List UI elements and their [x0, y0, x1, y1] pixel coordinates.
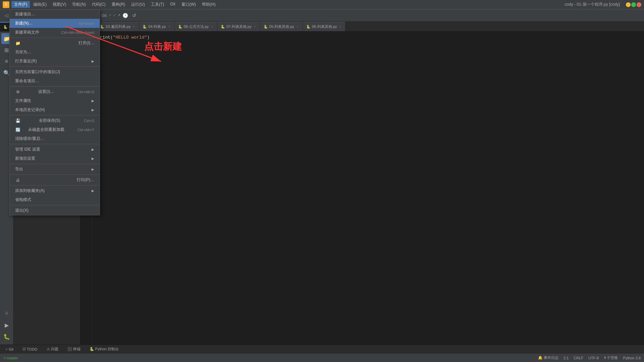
- menu-save-as[interactable]: 另存为…: [10, 48, 100, 57]
- menu-reload-shortcut: Ctrl+Alt+Y: [77, 128, 94, 132]
- menu-new-project-settings-label: 新项目设置: [15, 156, 35, 161]
- menu-reload-label: 从磁盘全部重新加载: [28, 127, 64, 133]
- menu-window[interactable]: 窗口(W): [179, 1, 199, 8]
- menu-exit-label: 退出(X): [15, 208, 29, 213]
- menu-file-props[interactable]: 文件属性 ▶: [10, 96, 100, 105]
- menu-open-recent[interactable]: 打开最近(R) ▶: [10, 57, 100, 66]
- menu-sep-5: [10, 144, 100, 144]
- menu-new-scratch-shortcut: Ctrl+Alt+Shift+Insert: [61, 31, 94, 35]
- menu-clear-cache[interactable]: 清除缓存/重启…: [10, 134, 100, 143]
- menu-manage-ide-label: 管理 IDE 设置: [15, 147, 40, 152]
- menu-rename-project-label: 重命名项目…: [15, 78, 39, 84]
- menu-sep-8: [10, 185, 100, 186]
- menu-sep-2: [10, 66, 100, 67]
- titlebar: C 文件(F) 编辑(E) 视图(V) 导航(N) 代码(C) 重构(R) 运行…: [0, 0, 644, 9]
- menu-edit[interactable]: 编辑(E): [31, 1, 49, 8]
- menu-save-all-label: 全部保存(S): [39, 118, 60, 123]
- arrow-right-icon-7: ▶: [92, 189, 94, 193]
- menu-open[interactable]: 📁 打开(I)…: [10, 39, 100, 48]
- menu-settings-label: 设置(I)…: [38, 89, 54, 95]
- menu-new-project-settings[interactable]: 新项目设置 ▶: [10, 154, 100, 163]
- menu-clear-cache-label: 清除缓存/重启…: [15, 136, 44, 142]
- menu-view[interactable]: 视图(V): [50, 1, 69, 8]
- menu-save-all[interactable]: 💾 全部保存(S) Ctrl+S: [10, 116, 100, 125]
- menu-sep-4: [10, 115, 100, 115]
- menu-close-project-label: 关闭当前窗口中的项目(J): [15, 69, 60, 75]
- menu-settings-shortcut: Ctrl+Alt+S: [77, 90, 94, 94]
- arrow-right-icon-5: ▶: [92, 157, 94, 160]
- reload-icon: 🔄: [15, 127, 20, 132]
- menu-file-props-label: 文件属性: [15, 98, 31, 104]
- menu-manage-ide[interactable]: 管理 IDE 设置 ▶: [10, 145, 100, 154]
- menu-close-project[interactable]: 关闭当前窗口中的项目(J): [10, 67, 100, 76]
- menu-refactor[interactable]: 重构(R): [109, 1, 128, 8]
- menu-tools[interactable]: 工具(T): [148, 1, 167, 8]
- menu-bar: 文件(F) 编辑(E) 视图(V) 导航(N) 代码(C) 重构(R) 运行(U…: [11, 1, 565, 8]
- menu-print-label: 打印(P)…: [77, 177, 94, 183]
- menu-exit[interactable]: 退出(X): [10, 206, 100, 215]
- titlebar-right: cody - 01-第一个程序.py [cody] – □ ×: [565, 2, 641, 7]
- app-logo: C: [3, 1, 9, 8]
- print-icon: 🖨: [15, 178, 20, 183]
- menu-navigate[interactable]: 导航(N): [69, 1, 89, 8]
- open-folder-icon: 📁: [15, 41, 20, 46]
- menu-overlay: 新建项目… 新建(N)… Alt+Insert 新建草稿文件 Ctrl+Alt+…: [0, 9, 644, 362]
- menu-save-as-label: 另存为…: [15, 49, 31, 55]
- menu-add-favorites-label: 添加到收藏夹(A): [15, 188, 45, 194]
- arrow-right-icon-4: ▶: [92, 148, 94, 151]
- save-icon: 💾: [15, 118, 20, 123]
- menu-save-all-shortcut: Ctrl+S: [84, 119, 94, 123]
- arrow-right-icon-2: ▶: [92, 99, 94, 103]
- menu-sep-6: [10, 164, 100, 164]
- menu-git[interactable]: Git: [167, 1, 178, 8]
- menu-export[interactable]: 导出 ▶: [10, 165, 100, 174]
- menu-new-project[interactable]: 新建项目…: [10, 10, 100, 19]
- menu-run[interactable]: 运行(U): [128, 1, 148, 8]
- menu-power-save-label: 省电模式: [15, 197, 31, 203]
- menu-add-favorites[interactable]: 添加到收藏夹(A) ▶: [10, 186, 100, 195]
- menu-file[interactable]: 文件(F): [11, 1, 30, 8]
- menu-open-recent-label: 打开最近(R): [15, 58, 37, 64]
- maximize-button[interactable]: □: [631, 2, 636, 7]
- arrow-right-icon-3: ▶: [92, 108, 94, 112]
- menu-new-scratch[interactable]: 新建草稿文件 Ctrl+Alt+Shift+Insert: [10, 28, 100, 37]
- menu-local-history-label: 本地历史记录(H): [15, 107, 45, 113]
- menu-settings[interactable]: ⚙ 设置(I)… Ctrl+Alt+S: [10, 87, 100, 96]
- menu-new-shortcut: Alt+Insert: [78, 21, 94, 25]
- menu-reload[interactable]: 🔄 从磁盘全部重新加载 Ctrl+Alt+Y: [10, 125, 100, 134]
- file-dropdown-menu: 新建项目… 新建(N)… Alt+Insert 新建草稿文件 Ctrl+Alt+…: [9, 9, 100, 215]
- window-title: cody - 01-第一个程序.py [cody]: [565, 2, 620, 7]
- menu-code[interactable]: 代码(C): [89, 1, 108, 8]
- minimize-button[interactable]: –: [626, 2, 631, 7]
- menu-sep-7: [10, 174, 100, 175]
- menu-new[interactable]: 新建(N)… Alt+Insert: [10, 19, 100, 28]
- arrow-right-icon: ▶: [92, 59, 94, 63]
- settings-icon: ⚙: [15, 90, 20, 94]
- menu-export-label: 导出: [15, 166, 23, 172]
- menu-open-label: 打开(I)…: [78, 40, 94, 46]
- menu-rename-project[interactable]: 重命名项目…: [10, 76, 100, 86]
- menu-local-history[interactable]: 本地历史记录(H) ▶: [10, 105, 100, 114]
- menu-sep-9: [10, 205, 100, 205]
- menu-new-scratch-label: 新建草稿文件: [15, 30, 39, 35]
- arrow-right-icon-6: ▶: [92, 167, 94, 171]
- menu-new-project-label: 新建项目…: [15, 11, 35, 17]
- menu-power-save[interactable]: 省电模式: [10, 195, 100, 204]
- menu-sep-3: [10, 86, 100, 87]
- menu-print[interactable]: 🖨 打印(P)…: [10, 175, 100, 185]
- menu-new-label: 新建(N)…: [15, 20, 33, 26]
- menu-help[interactable]: 帮助(H): [199, 1, 218, 8]
- menu-sep-1: [10, 38, 100, 38]
